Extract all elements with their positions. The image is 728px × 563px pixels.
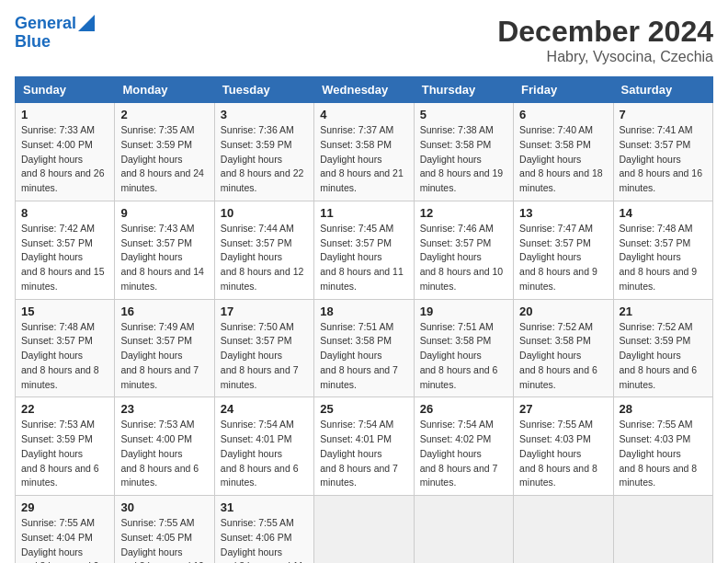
calendar-cell: 22 Sunrise: 7:53 AM Sunset: 3:59 PM Dayl… — [16, 397, 115, 496]
calendar-row: 29 Sunrise: 7:55 AM Sunset: 4:04 PM Dayl… — [16, 496, 713, 564]
calendar-cell: 2 Sunrise: 7:35 AM Sunset: 3:59 PM Dayli… — [115, 103, 214, 201]
day-info: Sunrise: 7:53 AM Sunset: 4:00 PM Dayligh… — [120, 418, 208, 490]
day-number: 9 — [120, 206, 208, 220]
calendar-row: 1 Sunrise: 7:33 AM Sunset: 4:00 PM Dayli… — [16, 103, 713, 201]
day-number: 18 — [320, 304, 407, 318]
day-info: Sunrise: 7:46 AM Sunset: 3:57 PM Dayligh… — [420, 222, 507, 294]
calendar-cell: 8 Sunrise: 7:42 AM Sunset: 3:57 PM Dayli… — [16, 201, 115, 299]
day-number: 15 — [21, 304, 108, 318]
page-header: General Blue December 2024 Habry, Vysoci… — [15, 15, 713, 65]
col-tuesday: Tuesday — [214, 77, 313, 103]
logo: General Blue — [15, 15, 95, 52]
day-number: 24 — [221, 402, 308, 416]
calendar-cell: 6 Sunrise: 7:40 AM Sunset: 3:58 PM Dayli… — [514, 103, 613, 201]
day-info: Sunrise: 7:55 AM Sunset: 4:03 PM Dayligh… — [519, 418, 607, 490]
col-saturday: Saturday — [613, 77, 712, 103]
day-number: 26 — [420, 402, 507, 416]
calendar-cell: 14 Sunrise: 7:48 AM Sunset: 3:57 PM Dayl… — [613, 201, 712, 299]
day-info: Sunrise: 7:44 AM Sunset: 3:57 PM Dayligh… — [221, 222, 308, 294]
calendar-cell: 20 Sunrise: 7:52 AM Sunset: 3:58 PM Dayl… — [514, 299, 613, 397]
day-number: 4 — [320, 108, 407, 121]
day-info: Sunrise: 7:51 AM Sunset: 3:58 PM Dayligh… — [320, 320, 407, 393]
calendar-cell: 12 Sunrise: 7:46 AM Sunset: 3:57 PM Dayl… — [414, 201, 513, 299]
calendar-cell: 16 Sunrise: 7:49 AM Sunset: 3:57 PM Dayl… — [115, 299, 214, 397]
calendar-row: 15 Sunrise: 7:48 AM Sunset: 3:57 PM Dayl… — [16, 299, 713, 397]
calendar-cell: 15 Sunrise: 7:48 AM Sunset: 3:57 PM Dayl… — [16, 299, 115, 397]
calendar-cell: 1 Sunrise: 7:33 AM Sunset: 4:00 PM Dayli… — [16, 103, 115, 201]
day-info: Sunrise: 7:48 AM Sunset: 3:57 PM Dayligh… — [21, 320, 108, 393]
calendar-cell — [314, 496, 414, 564]
col-sunday: Sunday — [16, 77, 115, 103]
col-wednesday: Wednesday — [314, 77, 414, 103]
calendar-cell: 27 Sunrise: 7:55 AM Sunset: 4:03 PM Dayl… — [514, 397, 613, 496]
title-block: December 2024 Habry, Vysocina, Czechia — [497, 15, 713, 65]
calendar-cell — [414, 496, 513, 564]
day-number: 14 — [620, 206, 707, 220]
day-info: Sunrise: 7:47 AM Sunset: 3:57 PM Dayligh… — [519, 222, 607, 294]
day-number: 13 — [519, 206, 607, 220]
calendar-cell: 28 Sunrise: 7:55 AM Sunset: 4:03 PM Dayl… — [613, 397, 712, 496]
calendar-cell: 10 Sunrise: 7:44 AM Sunset: 3:57 PM Dayl… — [214, 201, 313, 299]
calendar-cell: 9 Sunrise: 7:43 AM Sunset: 3:57 PM Dayli… — [115, 201, 214, 299]
svg-marker-0 — [78, 15, 95, 31]
day-info: Sunrise: 7:52 AM Sunset: 3:59 PM Dayligh… — [620, 320, 707, 393]
calendar-cell: 26 Sunrise: 7:54 AM Sunset: 4:02 PM Dayl… — [414, 397, 513, 496]
day-number: 21 — [620, 304, 707, 318]
day-number: 5 — [420, 108, 507, 121]
day-info: Sunrise: 7:53 AM Sunset: 3:59 PM Dayligh… — [21, 418, 108, 490]
day-number: 11 — [320, 206, 407, 220]
logo-text: General — [15, 15, 76, 33]
day-info: Sunrise: 7:41 AM Sunset: 3:57 PM Dayligh… — [620, 123, 707, 196]
day-info: Sunrise: 7:37 AM Sunset: 3:58 PM Dayligh… — [320, 123, 407, 196]
calendar-cell: 19 Sunrise: 7:51 AM Sunset: 3:58 PM Dayl… — [414, 299, 513, 397]
day-number: 2 — [120, 108, 208, 121]
day-info: Sunrise: 7:33 AM Sunset: 4:00 PM Dayligh… — [21, 123, 108, 196]
day-number: 23 — [120, 402, 208, 416]
calendar-cell: 5 Sunrise: 7:38 AM Sunset: 3:58 PM Dayli… — [414, 103, 513, 201]
calendar-cell: 7 Sunrise: 7:41 AM Sunset: 3:57 PM Dayli… — [613, 103, 712, 201]
day-number: 1 — [21, 108, 108, 121]
day-number: 31 — [221, 500, 308, 514]
calendar-row: 8 Sunrise: 7:42 AM Sunset: 3:57 PM Dayli… — [16, 201, 713, 299]
day-number: 12 — [420, 206, 507, 220]
day-number: 6 — [519, 108, 607, 121]
calendar-cell: 13 Sunrise: 7:47 AM Sunset: 3:57 PM Dayl… — [514, 201, 613, 299]
day-info: Sunrise: 7:55 AM Sunset: 4:05 PM Dayligh… — [120, 516, 208, 563]
day-number: 7 — [620, 108, 707, 121]
page-title: December 2024 — [497, 15, 713, 49]
calendar-body: 1 Sunrise: 7:33 AM Sunset: 4:00 PM Dayli… — [16, 103, 713, 564]
day-number: 28 — [620, 402, 707, 416]
day-number: 27 — [519, 402, 607, 416]
day-number: 25 — [320, 402, 407, 416]
day-number: 22 — [21, 402, 108, 416]
calendar-header-row: Sunday Monday Tuesday Wednesday Thursday… — [16, 77, 713, 103]
day-info: Sunrise: 7:35 AM Sunset: 3:59 PM Dayligh… — [120, 123, 208, 196]
calendar-cell: 30 Sunrise: 7:55 AM Sunset: 4:05 PM Dayl… — [115, 496, 214, 564]
day-number: 29 — [21, 500, 108, 514]
day-info: Sunrise: 7:43 AM Sunset: 3:57 PM Dayligh… — [120, 222, 208, 294]
logo-blue-text: Blue — [15, 33, 51, 52]
day-info: Sunrise: 7:36 AM Sunset: 3:59 PM Dayligh… — [221, 123, 308, 196]
day-info: Sunrise: 7:42 AM Sunset: 3:57 PM Dayligh… — [21, 222, 108, 294]
day-number: 16 — [120, 304, 208, 318]
day-info: Sunrise: 7:54 AM Sunset: 4:02 PM Dayligh… — [420, 418, 507, 490]
calendar-cell: 18 Sunrise: 7:51 AM Sunset: 3:58 PM Dayl… — [314, 299, 414, 397]
calendar-cell — [514, 496, 613, 564]
col-thursday: Thursday — [414, 77, 513, 103]
calendar-cell: 17 Sunrise: 7:50 AM Sunset: 3:57 PM Dayl… — [214, 299, 313, 397]
day-info: Sunrise: 7:55 AM Sunset: 4:06 PM Dayligh… — [221, 516, 308, 563]
page-subtitle: Habry, Vysocina, Czechia — [497, 49, 713, 65]
calendar-cell: 24 Sunrise: 7:54 AM Sunset: 4:01 PM Dayl… — [214, 397, 313, 496]
calendar-cell: 21 Sunrise: 7:52 AM Sunset: 3:59 PM Dayl… — [613, 299, 712, 397]
calendar-cell: 23 Sunrise: 7:53 AM Sunset: 4:00 PM Dayl… — [115, 397, 214, 496]
calendar-cell: 11 Sunrise: 7:45 AM Sunset: 3:57 PM Dayl… — [314, 201, 414, 299]
col-friday: Friday — [514, 77, 613, 103]
day-number: 17 — [221, 304, 308, 318]
day-info: Sunrise: 7:38 AM Sunset: 3:58 PM Dayligh… — [420, 123, 507, 196]
day-info: Sunrise: 7:40 AM Sunset: 3:58 PM Dayligh… — [519, 123, 607, 196]
calendar-cell — [613, 496, 712, 564]
calendar-cell: 25 Sunrise: 7:54 AM Sunset: 4:01 PM Dayl… — [314, 397, 414, 496]
day-info: Sunrise: 7:51 AM Sunset: 3:58 PM Dayligh… — [420, 320, 507, 393]
day-number: 3 — [221, 108, 308, 121]
day-info: Sunrise: 7:52 AM Sunset: 3:58 PM Dayligh… — [519, 320, 607, 393]
